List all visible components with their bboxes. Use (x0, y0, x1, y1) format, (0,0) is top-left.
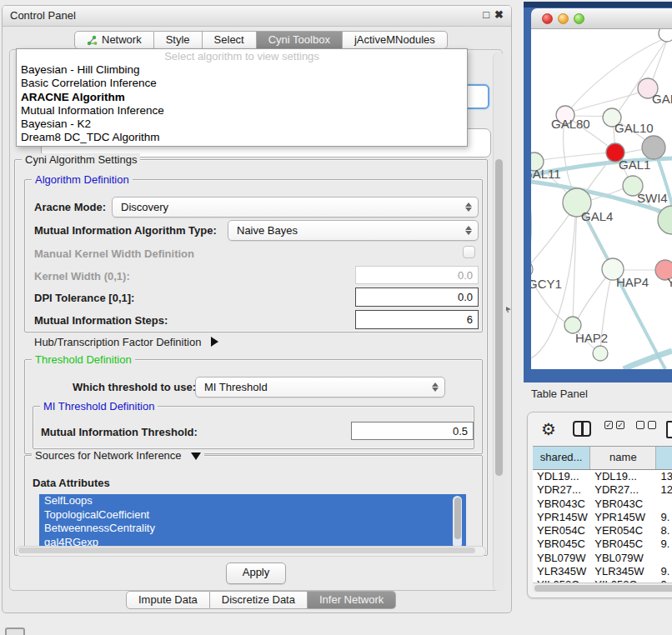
manual-kernel-checkbox[interactable] (463, 246, 475, 258)
tab-discretize-data[interactable]: Discretize Data (210, 591, 308, 609)
tab-cyni-toolbox[interactable]: Cyni Toolbox (257, 31, 343, 49)
network-node[interactable] (593, 346, 608, 361)
sources-toggle[interactable]: Sources for Network Inference (32, 449, 204, 462)
tab-label: jActiveMNodules (354, 31, 435, 49)
scrollbar-thumb[interactable] (534, 585, 672, 592)
node-label: GAL (652, 92, 672, 106)
aracne-mode-label: Aracne Mode: (34, 201, 106, 213)
attribute-item[interactable]: BetweennessCentrality (39, 522, 466, 536)
column-header[interactable] (656, 447, 672, 469)
control-panel-window: Control Panel □ ✖ NetworkStyleSelectCyni… (2, 5, 512, 613)
attribute-item[interactable]: TopologicalCoefficient (39, 508, 466, 522)
network-edge (566, 38, 664, 114)
hub-definition-toggle[interactable]: Hub/Transcription Factor Definition (34, 336, 218, 348)
mi-threshold-label: Mutual Information Threshold: (41, 426, 198, 438)
network-edge (576, 271, 611, 322)
float-icon[interactable]: □ (483, 8, 489, 21)
aracne-mode-combobox[interactable]: Discovery (112, 197, 479, 218)
minimize-traffic-light-icon[interactable] (558, 13, 569, 24)
manual-kernel-label: Manual Kernel Width Definition (34, 248, 194, 260)
table-row[interactable]: YBL079WYBL079W (533, 552, 672, 565)
gear-icon[interactable]: ⚙ (541, 421, 556, 438)
table-cell: YBR043C (590, 498, 656, 511)
table-cell: 9. (656, 565, 672, 578)
node-label: Y (667, 275, 672, 289)
node-label: GAL80 (551, 117, 590, 131)
close-traffic-light-icon[interactable] (542, 13, 553, 24)
node-table[interactable]: shared...name YDL19...YDL19...13YDR27...… (533, 446, 672, 585)
scrollbar-thumb[interactable] (454, 498, 461, 539)
settings-horizontal-scrollbar[interactable] (16, 546, 486, 557)
table-cell: YLR345W (533, 565, 590, 578)
tab-infer-network[interactable]: Infer Network (308, 591, 396, 609)
deselect-all-columns-icon[interactable] (636, 421, 656, 429)
dpi-tolerance-field[interactable]: 0.0 (355, 288, 479, 307)
which-threshold-combobox[interactable]: MI Threshold (195, 377, 445, 398)
table-cell: YBR043C (533, 498, 590, 511)
network-node[interactable] (642, 136, 665, 159)
algorithm-option[interactable]: Bayesian - Hill Climbing (17, 63, 467, 77)
algorithm-option[interactable]: Dream8 DC_TDC Algorithm (17, 131, 467, 144)
tab-impute-data[interactable]: Impute Data (126, 591, 210, 609)
window-frame-top (524, 2, 672, 8)
bottom-tab-bar: Impute DataDiscretize DataInfer Network (126, 591, 396, 609)
tab-select[interactable]: Select (203, 31, 257, 49)
table-row[interactable]: YER054CYER054C8. (533, 524, 672, 538)
node-label: HAP2 (575, 331, 608, 345)
mi-steps-field[interactable]: 6 (355, 310, 479, 329)
document-icon[interactable] (666, 421, 672, 438)
tab-style[interactable]: Style (154, 31, 203, 49)
partial-corner-icon (5, 628, 25, 635)
data-attributes-list[interactable]: SelfLoopsTopologicalCoefficientBetweenne… (39, 494, 466, 550)
scrollbar-thumb[interactable] (495, 159, 503, 476)
split-columns-icon[interactable] (573, 421, 591, 437)
attributes-list-scrollbar[interactable] (453, 496, 462, 548)
algorithm-option[interactable]: Mutual Information Inference (17, 104, 467, 118)
apply-button[interactable]: Apply (226, 562, 286, 584)
node-label: GCY1 (531, 277, 562, 291)
network-window-titlebar[interactable] (531, 8, 672, 29)
stepper-arrows-icon (465, 198, 472, 217)
aracne-mode-value: Discovery (121, 201, 168, 213)
table-cell (656, 552, 672, 565)
tab-network[interactable]: Network (74, 31, 154, 49)
algorithm-hint: Select algorithm to view settings (17, 49, 467, 63)
mi-threshold-field[interactable]: 0.5 (351, 422, 474, 440)
table-cell: YDL19... (590, 470, 656, 483)
kernel-width-field[interactable]: 0.0 (355, 266, 479, 284)
table-row[interactable]: YDL19...YDL19...13 (533, 470, 672, 483)
network-edge (537, 152, 612, 161)
close-icon[interactable]: ✖ (494, 8, 504, 21)
node-label: GAL4 (581, 209, 613, 223)
network-canvas[interactable]: GALGAL80GAL10GAL1GAL11SWI4GAL4GCY1HAP4YH… (531, 29, 672, 369)
table-cell: YPR145W (590, 511, 656, 524)
table-row[interactable]: YDR27...YDR27...12 (533, 483, 672, 497)
settings-vertical-scrollbar[interactable] (493, 52, 504, 591)
algorithm-option[interactable]: Basic Correlation Inference (17, 77, 467, 90)
select-all-columns-icon[interactable]: ✓✓ (604, 421, 624, 429)
table-cell: YBR045C (590, 538, 656, 551)
tab-label: Style (166, 31, 190, 49)
table-horizontal-scrollbar[interactable] (533, 582, 672, 592)
table-row[interactable]: YPR145WYPR145W9. (533, 511, 672, 524)
mi-algorithm-type-combobox[interactable]: Naive Bayes (228, 220, 479, 241)
table-row[interactable]: YBR045CYBR045C9. (533, 538, 672, 551)
table-cell: 9. (656, 511, 672, 524)
algorithm-option[interactable]: Bayesian - K2 (17, 118, 467, 131)
attribute-item[interactable]: SelfLoops (39, 494, 466, 508)
tab-jactivemnodules[interactable]: jActiveMNodules (343, 31, 448, 49)
mi-type-value: Naive Bayes (237, 224, 298, 237)
table-cell: 13 (656, 470, 672, 483)
scrollbar-thumb[interactable] (18, 548, 475, 553)
column-header[interactable]: name (590, 447, 656, 469)
control-panel-titlebar: Control Panel □ ✖ (3, 6, 511, 27)
algorithm-option[interactable]: ARACNE Algorithm (17, 91, 467, 104)
network-view-window: GALGAL80GAL10GAL1GAL11SWI4GAL4GCY1HAP4YH… (524, 2, 672, 382)
network-graph: GALGAL80GAL10GAL1GAL11SWI4GAL4GCY1HAP4YH… (531, 29, 672, 369)
column-header[interactable]: shared... (533, 447, 590, 469)
zoom-traffic-light-icon[interactable] (574, 13, 584, 24)
mi-steps-label: Mutual Information Steps: (34, 314, 168, 327)
table-row[interactable]: YLR345WYLR345W9. (533, 565, 672, 578)
table-row[interactable]: YBR043CYBR043C (533, 498, 672, 511)
group-title: Algorithm Definition (32, 173, 133, 186)
